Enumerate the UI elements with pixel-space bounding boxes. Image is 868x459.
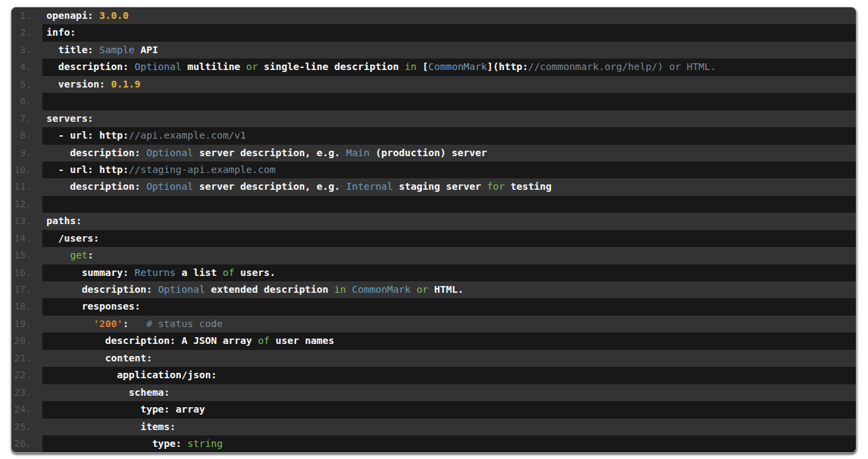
line-number: 17.: [11, 281, 42, 298]
code-line: 2.info:: [11, 24, 856, 41]
code-line: 23. schema:: [11, 384, 856, 401]
code-text: type: string: [42, 435, 856, 452]
code-token: [46, 250, 70, 260]
code-line: 5. version: 0.1.9: [11, 76, 856, 93]
code-line: 12.: [11, 196, 856, 213]
code-text: servers:: [42, 110, 856, 127]
line-number: 14.: [11, 230, 42, 247]
code-text: responses:: [42, 298, 856, 315]
line-number: 1.: [11, 7, 42, 24]
code-token: /users:: [46, 233, 100, 244]
code-token: Internal: [346, 181, 393, 192]
code-line: 18. responses:: [11, 298, 856, 315]
code-token: in: [405, 61, 417, 72]
line-number: 6.: [11, 93, 42, 110]
code-token: schema:: [46, 387, 170, 398]
code-text: version: 0.1.9: [42, 76, 856, 93]
code-line: 22. application/json:: [11, 367, 856, 384]
code-token: HTML.: [429, 284, 464, 295]
code-token: summary:: [46, 267, 135, 278]
code-text: application/json:: [42, 367, 856, 384]
code-token: a list: [176, 267, 223, 278]
line-number: 4.: [11, 59, 42, 75]
code-token: Returns: [135, 267, 176, 278]
line-number: 19.: [11, 316, 42, 332]
code-token: Optional: [146, 181, 193, 192]
code-text: title: Sample API: [42, 42, 856, 59]
line-number: 26.: [11, 435, 42, 452]
code-token: title:: [46, 44, 100, 55]
code-token: info:: [46, 27, 76, 38]
code-token: server description, e.g.: [193, 147, 346, 158]
code-token: 3.0.0: [100, 10, 129, 21]
code-token: [410, 284, 417, 295]
code-token: or: [417, 284, 428, 295]
code-token: testing: [505, 181, 552, 192]
code-text: info:: [42, 24, 856, 41]
code-token: - url: http:: [46, 130, 129, 141]
code-token: [46, 318, 94, 329]
code-token: description: A JSON array: [46, 335, 258, 346]
code-token: :: [123, 318, 147, 329]
code-token: Main: [346, 147, 369, 158]
line-number: 22.: [11, 367, 42, 384]
line-number: 12.: [11, 196, 42, 213]
code-token: //commonmark.org/help/) or HTML.: [528, 61, 716, 72]
line-number: 24.: [11, 401, 42, 418]
code-line: 17. description: Optional extended descr…: [11, 281, 856, 298]
code-token: for: [487, 181, 505, 192]
code-token: ](http:: [487, 61, 528, 72]
line-number: 7.: [11, 110, 42, 127]
code-line: 16. summary: Returns a list of users.: [11, 264, 856, 281]
code-token: description:: [46, 284, 158, 295]
code-token: description:: [46, 181, 146, 192]
code-line: 13.paths:: [11, 213, 856, 229]
code-text: openapi: 3.0.0: [42, 7, 856, 24]
code-token: content:: [46, 353, 152, 363]
code-token: description:: [46, 147, 146, 158]
code-token: user names: [270, 335, 334, 346]
code-line: 14. /users:: [11, 230, 856, 247]
code-token: 0.1.9: [111, 79, 141, 90]
code-token: version:: [46, 79, 111, 90]
code-text: [42, 196, 856, 213]
code-text: content:: [42, 350, 856, 367]
code-line: 7.servers:: [11, 110, 856, 127]
yaml-code-block: 1.openapi: 3.0.02.info:3. title: Sample …: [11, 7, 857, 453]
line-number: 9.: [11, 145, 42, 162]
line-number: 21.: [11, 350, 42, 367]
code-token: [: [417, 61, 428, 72]
line-number: 8.: [11, 127, 42, 144]
code-line: 10. - url: http://staging-api.example.co…: [11, 162, 856, 178]
code-line: 20. description: A JSON array of user na…: [11, 332, 856, 349]
code-token: type:: [46, 438, 188, 449]
code-text: [42, 93, 856, 110]
code-line: 3. title: Sample API: [11, 42, 856, 59]
code-token: string: [188, 438, 223, 449]
code-text: description: Optional server description…: [42, 145, 856, 162]
code-token: API: [135, 44, 158, 55]
code-text: summary: Returns a list of users.: [42, 264, 856, 281]
code-text: items:: [42, 419, 856, 435]
code-text: get:: [42, 247, 856, 264]
code-text: - url: http://api.example.com/v1: [42, 127, 856, 144]
code-text: schema:: [42, 384, 856, 401]
code-token: of: [258, 335, 269, 346]
code-line: 25. items:: [11, 419, 856, 435]
code-token: :: [87, 250, 94, 260]
code-line: 8. - url: http://api.example.com/v1: [11, 127, 856, 144]
code-token: '200': [94, 318, 123, 329]
code-token: in: [334, 284, 346, 295]
code-token: CommonMark: [428, 61, 486, 72]
code-token: //staging-api.example.com: [129, 164, 275, 175]
code-token: items:: [46, 421, 176, 432]
line-number: 15.: [11, 247, 42, 264]
code-line: 26. type: string: [11, 435, 856, 452]
code-token: - url: http:: [46, 164, 129, 175]
code-line: 6.: [11, 93, 856, 110]
code-line: 15. get:: [11, 247, 856, 264]
code-token: multiline: [182, 61, 246, 72]
code-text: /users:: [42, 230, 856, 247]
code-token: Optional: [158, 284, 205, 295]
code-token: users.: [234, 267, 275, 278]
